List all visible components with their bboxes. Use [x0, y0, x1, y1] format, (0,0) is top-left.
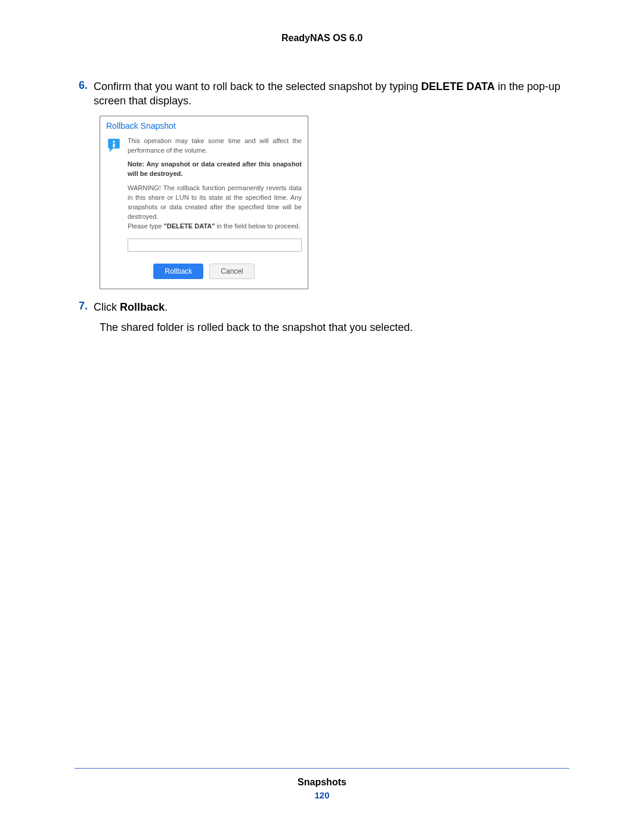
header-title: ReadyNAS OS 6.0 — [281, 33, 363, 43]
footer-page-number: 120 — [75, 790, 569, 800]
step-7-text-a: Click — [94, 301, 120, 313]
rollback-dialog: Rollback Snapshot This operation may tak… — [100, 116, 308, 289]
svg-rect-0 — [113, 140, 114, 142]
step-7: 7. Click Rollback. — [75, 300, 569, 314]
dialog-p3b-a: Please type — [128, 222, 164, 230]
dialog-p3: WARNING! The rollback function permanent… — [128, 184, 302, 231]
step-7-bold: Rollback — [120, 301, 165, 313]
cancel-button[interactable]: Cancel — [209, 264, 254, 279]
step-7-followup: The shared folder is rolled back to the … — [100, 320, 569, 335]
step-6-body: Confirm that you want to roll back to th… — [94, 79, 569, 109]
step-6-bold: DELETE DATA — [421, 80, 494, 92]
step-6: 6. Confirm that you want to roll back to… — [75, 79, 569, 109]
dialog-p3a: WARNING! The rollback function permanent… — [128, 184, 302, 220]
step-6-number: 6. — [75, 79, 94, 109]
dialog-p1: This operation may take some time and wi… — [128, 137, 302, 156]
dialog-footer: Rollback Cancel — [100, 258, 308, 289]
svg-rect-1 — [113, 143, 114, 147]
page-footer: Snapshots 120 — [75, 768, 569, 800]
rollback-button[interactable]: Rollback — [153, 264, 203, 279]
dialog-body: This operation may take some time and wi… — [100, 133, 308, 258]
page-header: ReadyNAS OS 6.0 — [0, 0, 644, 44]
dialog-p3b-b: in the field below to proceed. — [215, 222, 300, 230]
dialog-p2: Note: Any snapshot or data created after… — [128, 160, 302, 179]
step-7-body: Click Rollback. — [94, 300, 569, 314]
footer-section: Snapshots — [75, 777, 569, 788]
step-6-text-a: Confirm that you want to roll back to th… — [94, 80, 421, 92]
dialog-title: Rollback Snapshot — [100, 116, 308, 133]
content-area: 6. Confirm that you want to roll back to… — [0, 44, 644, 336]
info-bubble-icon — [106, 138, 122, 153]
dialog-p3b-bold: "DELETE DATA" — [164, 222, 215, 230]
step-7-number: 7. — [75, 300, 94, 314]
confirm-input[interactable] — [128, 239, 302, 252]
dialog-text: This operation may take some time and wi… — [128, 137, 302, 252]
step-7-text-b: . — [165, 301, 168, 313]
